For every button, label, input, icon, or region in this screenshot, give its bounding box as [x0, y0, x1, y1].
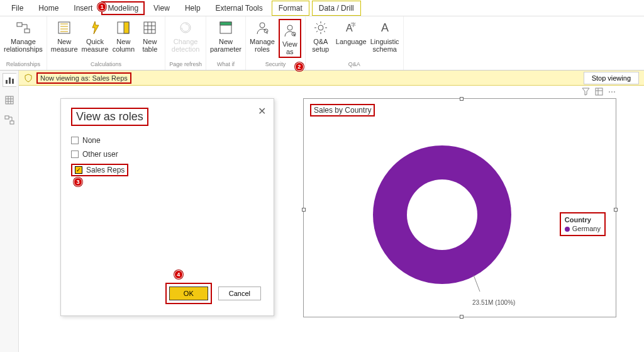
tab-data-drill[interactable]: Data / Drill [312, 1, 361, 16]
new-measure-button[interactable]: New measure [51, 19, 78, 53]
chart-legend: Country Germany [560, 212, 606, 236]
role-other-label: Other user [82, 150, 118, 159]
group-relationships: Manage relationships Relationships [0, 16, 47, 70]
svg-point-13 [318, 25, 323, 30]
svg-point-25 [407, 179, 477, 250]
visual-title: Sales by Country [310, 104, 375, 116]
column-icon [114, 19, 132, 37]
cancel-button[interactable]: Cancel [218, 287, 261, 300]
info-bar: Now viewing as: Sales Reps Stop viewing [19, 71, 644, 86]
report-canvas[interactable]: ✕ View as roles None Other user ✓ Sales … [19, 86, 644, 352]
sales-by-country-visual[interactable]: ⋯ Sales by Country 23.51M (100%) Country… [303, 98, 616, 317]
dialog-buttons: 4 OK Cancel [165, 283, 261, 304]
stop-viewing-button[interactable]: Stop viewing [584, 72, 639, 84]
role-none-label: None [82, 136, 101, 145]
quick-measure-icon [86, 19, 104, 37]
svg-rect-0 [17, 23, 22, 26]
svg-point-9 [260, 23, 265, 28]
group-calculations: New measure Quick measure New column New… [47, 16, 166, 70]
more-icon[interactable]: ⋯ [608, 88, 616, 96]
annotation-badge-3: 3 [74, 178, 82, 186]
svg-rect-20 [6, 96, 13, 104]
group-whatif: New parameter What if [206, 16, 246, 70]
svg-rect-23 [596, 88, 602, 95]
group-label-relationships: Relationships [6, 60, 40, 67]
ribbon-body: Manage relationships Relationships New m… [0, 16, 644, 71]
checkbox-checked-icon[interactable]: ✓ [75, 166, 82, 174]
language-button[interactable]: A字 Language [336, 19, 367, 45]
svg-text:A: A [381, 21, 389, 34]
info-bar-text: Now viewing as: Sales Reps [36, 72, 131, 84]
qa-setup-button[interactable]: Q&A setup [309, 19, 332, 53]
roles-icon [253, 19, 271, 37]
relationships-icon [14, 19, 32, 37]
legend-item: Germany [565, 225, 601, 232]
checkbox-icon[interactable] [71, 137, 79, 144]
role-none[interactable]: None [71, 136, 264, 145]
model-view-button[interactable] [3, 113, 16, 127]
view-as-button[interactable]: View as [279, 19, 301, 58]
view-as-icon [281, 21, 299, 39]
tab-view[interactable]: View [147, 1, 176, 15]
manage-relationships-button[interactable]: Manage relationships [4, 19, 43, 53]
manage-relationships-label: Manage relationships [4, 38, 43, 53]
svg-point-11 [287, 25, 292, 30]
data-view-button[interactable] [3, 93, 16, 107]
role-other-user[interactable]: Other user [71, 150, 264, 159]
change-detection-icon [177, 19, 194, 37]
annotation-badge-4: 4 [174, 270, 183, 279]
svg-text:字: 字 [351, 22, 356, 28]
shield-icon [24, 74, 33, 82]
group-page-refresh: Change detection Page refresh [165, 16, 206, 70]
checkbox-icon[interactable] [71, 150, 79, 158]
new-table-button[interactable]: New table [138, 19, 161, 53]
svg-rect-19 [12, 79, 14, 84]
group-qa: Q&A setup A字 Language A Linguistic schem… [306, 16, 404, 70]
language-icon: A字 [342, 19, 360, 37]
tab-modeling[interactable]: Modeling [101, 1, 145, 15]
role-sales-reps[interactable]: ✓ Sales Reps [71, 164, 128, 176]
report-view-button[interactable] [3, 73, 16, 87]
linguistic-schema-button[interactable]: A Linguistic schema [370, 19, 399, 53]
new-parameter-button[interactable]: New parameter [210, 19, 242, 53]
new-column-button[interactable]: New column [112, 19, 135, 53]
tab-file[interactable]: File [5, 1, 30, 15]
filter-icon[interactable] [582, 88, 590, 96]
svg-rect-5 [144, 22, 155, 33]
close-icon[interactable]: ✕ [258, 105, 266, 117]
svg-line-26 [474, 275, 480, 292]
table-icon [141, 19, 158, 37]
gear-icon [312, 19, 330, 37]
side-rail [0, 71, 19, 352]
view-as-roles-dialog: ✕ View as roles None Other user ✓ Sales … [60, 98, 274, 316]
svg-rect-18 [9, 77, 11, 84]
main-area: ✕ View as roles None Other user ✓ Sales … [0, 86, 644, 352]
change-detection-button: Change detection [172, 19, 200, 53]
group-security: Manage roles View as Security 2 [246, 16, 306, 70]
parameter-icon [217, 19, 235, 37]
legend-swatch-icon [565, 227, 570, 232]
svg-rect-8 [220, 22, 231, 25]
svg-rect-4 [124, 22, 129, 33]
annotation-badge-2: 2 [295, 62, 304, 71]
svg-rect-21 [5, 116, 9, 119]
ribbon-tabs: File Home Insert Modeling 1 View Help Ex… [0, 0, 644, 16]
tab-home[interactable]: Home [32, 1, 65, 15]
visual-toolbar: ⋯ [582, 88, 616, 96]
measure-icon [55, 19, 73, 37]
svg-rect-1 [25, 29, 30, 33]
tab-external-tools[interactable]: External Tools [209, 1, 269, 15]
focus-icon[interactable] [595, 88, 603, 96]
tab-format[interactable]: Format [272, 1, 309, 16]
tab-insert[interactable]: Insert [67, 1, 99, 15]
svg-point-12 [292, 32, 296, 36]
donut-chart [354, 127, 530, 303]
quick-measure-button[interactable]: Quick measure [82, 19, 109, 53]
donut-data-label: 23.51M (100%) [472, 299, 515, 306]
ok-button[interactable]: OK [169, 287, 208, 300]
role-sales-label: Sales Reps [86, 166, 125, 174]
annotation-badge-1: 1 [97, 3, 106, 11]
tab-help[interactable]: Help [179, 1, 207, 15]
manage-roles-button[interactable]: Manage roles [250, 19, 275, 53]
legend-title: Country [565, 216, 601, 224]
